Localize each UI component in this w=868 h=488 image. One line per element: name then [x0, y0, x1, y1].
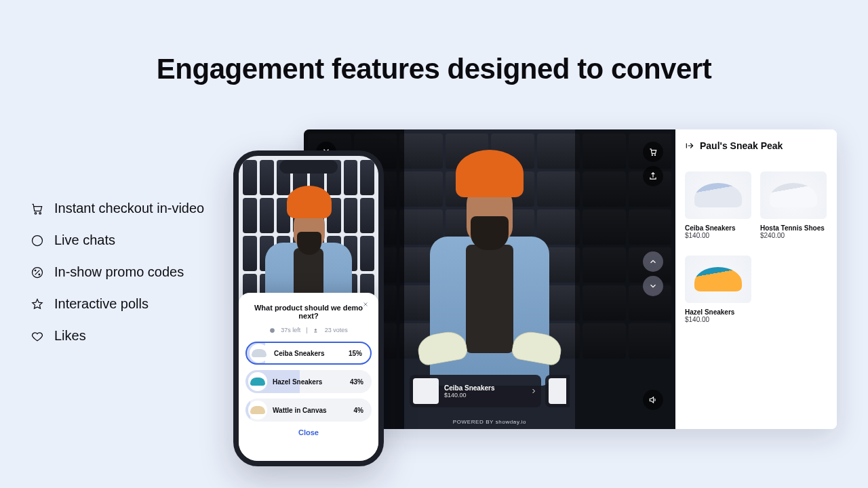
option-label: Ceiba Sneakers — [274, 350, 343, 357]
poll-close-icon[interactable] — [359, 298, 372, 310]
poll-question: What product should we demo next? — [245, 304, 372, 320]
option-pct: 4% — [354, 407, 363, 414]
page-heading: Engagement features designed to convert — [0, 53, 868, 85]
chevron-right-icon — [530, 387, 538, 395]
feature-label: Instant checkout in-video — [54, 201, 204, 216]
poll-time-left: 37s left — [281, 327, 300, 333]
audio-button[interactable] — [643, 390, 663, 410]
poll-sheet: What product should we demo next? 37s le… — [239, 293, 378, 461]
poll-option[interactable]: Ceiba Sneakers 15% — [245, 342, 372, 365]
previous-button[interactable] — [643, 251, 663, 272]
product-tile[interactable]: Hosta Tennis Shoes $240.00 — [760, 171, 827, 239]
percent-icon — [30, 265, 45, 280]
feature-item-polls: Interactive polls — [30, 296, 204, 312]
stream-title: Paul's Sneak Peak — [700, 140, 783, 151]
feature-label: In-show promo codes — [54, 264, 184, 280]
poll-close-button[interactable]: Close — [245, 428, 372, 436]
product-thumb — [413, 378, 439, 404]
chat-icon — [30, 233, 45, 248]
feature-item-likes: Likes — [30, 328, 204, 344]
share-button[interactable] — [643, 166, 663, 186]
feature-label: Interactive polls — [54, 296, 149, 312]
svg-point-4 — [35, 270, 36, 271]
option-thumb — [250, 344, 269, 363]
expand-icon[interactable] — [685, 141, 694, 150]
mobile-viewer: What product should we demo next? 37s le… — [233, 150, 384, 466]
heart-icon — [30, 329, 45, 344]
product-tile[interactable]: Hazel Sneakers $140.00 — [685, 256, 752, 323]
product-thumb — [549, 378, 566, 404]
product-price: $140.00 — [444, 392, 524, 399]
svg-point-0 — [35, 212, 37, 214]
option-thumb — [248, 401, 267, 420]
feature-item-checkout: Instant checkout in-video — [30, 201, 204, 216]
option-pct: 15% — [349, 350, 362, 357]
product-price: $140.00 — [685, 316, 752, 323]
feature-item-chats: Live chats — [30, 232, 204, 248]
svg-point-5 — [39, 274, 40, 275]
product-name: Ceiba Sneakers — [685, 224, 752, 232]
powered-by: POWERED BY showday.io — [453, 419, 526, 425]
feature-label: Likes — [54, 328, 86, 344]
option-pct: 43% — [350, 378, 363, 386]
feature-item-promo: In-show promo codes — [30, 264, 204, 280]
product-name: Ceiba Sneakers — [444, 384, 524, 392]
option-label: Wattle in Canvas — [273, 407, 349, 414]
poll-option[interactable]: Hazel Sneakers 43% — [245, 370, 372, 393]
svg-point-6 — [652, 155, 652, 155]
next-button[interactable] — [643, 276, 663, 296]
star-icon — [30, 297, 45, 312]
svg-point-2 — [33, 235, 43, 245]
clock-icon — [269, 327, 275, 333]
featured-product-card[interactable]: Ceiba Sneakers $140.00 — [410, 375, 541, 407]
product-sidebar: Paul's Sneak Peak Ceiba Sneakers $140.00… — [675, 129, 837, 429]
users-icon — [313, 327, 319, 333]
feature-list: Instant checkout in-video Live chats In-… — [30, 201, 204, 344]
feature-label: Live chats — [54, 232, 115, 248]
phone-notch — [279, 160, 338, 174]
svg-point-7 — [654, 155, 655, 155]
poll-option[interactable]: Wattle in Canvas 4% — [245, 399, 372, 422]
option-thumb — [248, 372, 267, 391]
svg-point-9 — [315, 328, 317, 330]
poll-meta: 37s left | 23 votes — [245, 327, 372, 333]
next-product-peek[interactable] — [545, 375, 570, 407]
product-name: Hosta Tennis Shoes — [760, 224, 827, 232]
product-price: $240.00 — [760, 232, 827, 239]
product-tile[interactable]: Ceiba Sneakers $140.00 — [685, 171, 752, 239]
product-price: $140.00 — [685, 232, 752, 239]
cart-button[interactable] — [643, 142, 663, 162]
poll-vote-count: 23 votes — [325, 327, 348, 333]
cart-icon — [30, 201, 45, 216]
svg-point-1 — [39, 212, 41, 214]
option-label: Hazel Sneakers — [273, 378, 344, 386]
svg-point-8 — [270, 328, 275, 333]
product-name: Hazel Sneakers — [685, 308, 752, 316]
